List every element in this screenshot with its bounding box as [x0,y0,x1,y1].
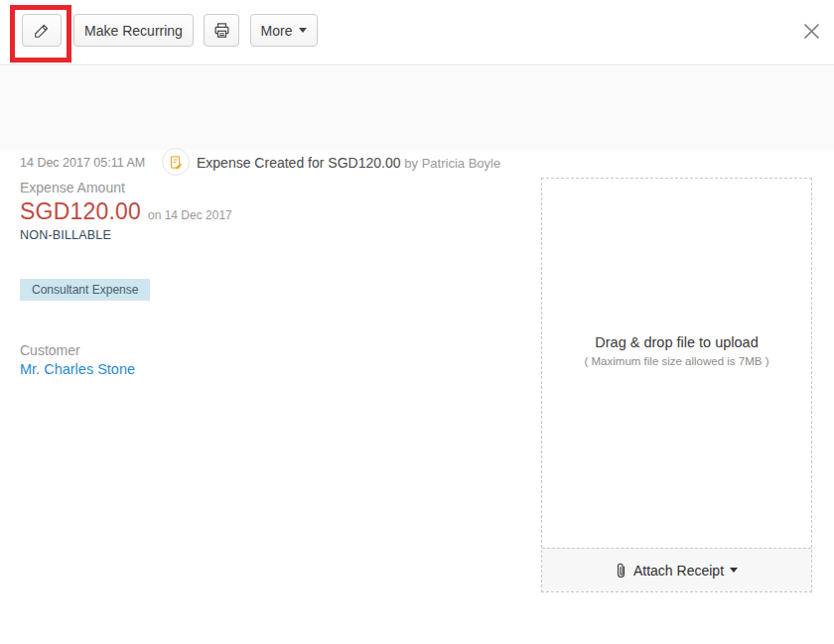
attach-caret-down-icon [730,568,738,573]
edit-button[interactable] [22,14,62,47]
toolbar: Make Recurring More [0,0,834,65]
history-timeline-band: 14 Dec 2017 05:11 AM Expense Created for… [0,66,834,150]
more-label: More [261,23,293,39]
timeline-event-by: by Patricia Boyle [404,156,500,171]
file-drop-zone[interactable]: Drag & drop file to upload ( Maximum fil… [542,179,811,548]
print-button[interactable] [204,14,239,47]
close-icon[interactable] [802,22,820,40]
drop-zone-subtitle: ( Maximum file size allowed is 7MB ) [585,355,769,367]
expense-category-tag: Consultant Expense [20,279,150,301]
customer-name-link[interactable]: Mr. Charles Stone [20,361,135,377]
timeline-event-text: Expense Created for SGD120.00 by Patrici… [197,155,500,171]
paperclip-icon [616,563,626,579]
expense-amount-date: on 14 Dec 2017 [148,208,232,222]
drop-zone-title: Drag & drop file to upload [595,334,758,350]
make-recurring-label: Make Recurring [84,23,183,39]
customer-label: Customer [20,342,80,358]
expense-amount-row: SGD120.00 on 14 Dec 2017 [20,198,232,225]
receipt-upload-panel: Drag & drop file to upload ( Maximum fil… [541,178,812,592]
pencil-icon [33,22,51,40]
expense-created-icon [162,148,190,176]
attach-receipt-button[interactable]: Attach Receipt [542,548,811,591]
timeline-timestamp: 14 Dec 2017 05:11 AM [20,156,145,170]
expense-amount-value: SGD120.00 [20,198,141,225]
make-recurring-button[interactable]: Make Recurring [73,14,194,47]
attach-receipt-label: Attach Receipt [633,563,724,579]
timeline-event-main: Expense Created for SGD120.00 [197,155,400,171]
printer-icon [212,21,231,40]
billable-status-label: NON-BILLABLE [20,228,111,242]
more-button[interactable]: More [250,14,318,47]
expense-amount-label: Expense Amount [20,180,125,195]
chevron-down-icon [299,28,307,33]
